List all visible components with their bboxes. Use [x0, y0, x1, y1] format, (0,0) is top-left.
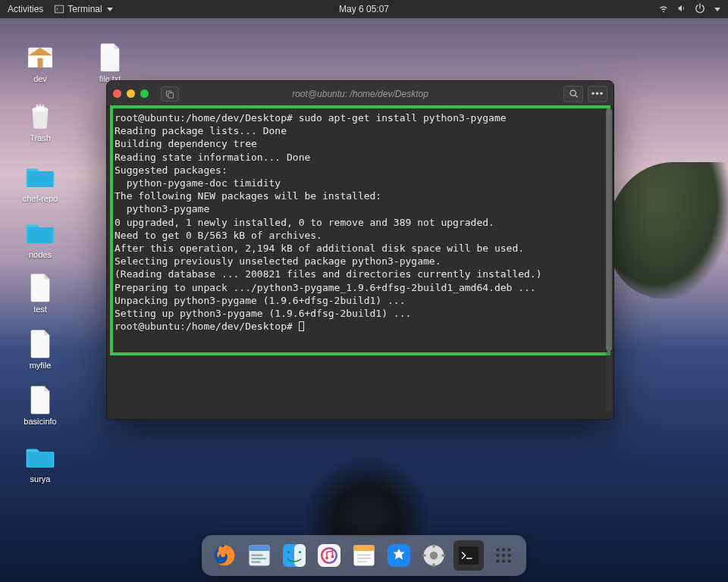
svg-point-7 [570, 90, 576, 95]
desktop-icon-basicinfo[interactable]: basicinfo [14, 383, 67, 426]
svg-rect-27 [357, 562, 368, 563]
terminal-icon [54, 4, 64, 14]
menu-button[interactable]: ••• [588, 86, 607, 102]
svg-rect-13 [252, 558, 267, 559]
search-button[interactable] [563, 86, 583, 102]
new-tab-button[interactable] [161, 86, 179, 102]
power-icon[interactable] [695, 3, 705, 16]
folder-icon [24, 217, 56, 249]
desktop-icon-test[interactable]: test [14, 271, 67, 314]
desktop-icon-myfile[interactable]: myfile [14, 327, 67, 370]
volume-icon[interactable] [676, 3, 687, 16]
trash-icon [24, 100, 56, 132]
desktop-icon-label: chef-repo [14, 194, 67, 203]
dock-item-notes[interactable] [349, 540, 379, 571]
system-menu-chevron-icon[interactable] [714, 8, 720, 11]
terminal-body[interactable]: root@ubuntu:/home/dev/Desktop# sudo apt-… [107, 107, 613, 419]
dock-item-terminal[interactable] [453, 540, 484, 571]
desktop-icon-label: nodes [14, 250, 67, 259]
desktop-icon-label: surya [14, 474, 67, 483]
desktop-icon-label: test [14, 305, 67, 314]
minimize-button[interactable] [127, 89, 135, 98]
svg-point-38 [502, 548, 506, 552]
folder-icon [24, 441, 56, 473]
svg-point-39 [507, 548, 511, 552]
terminal-titlebar[interactable]: root@ubuntu: /home/dev/Desktop ••• [107, 81, 613, 107]
terminal-window: root@ubuntu: /home/dev/Desktop ••• root@… [106, 80, 614, 420]
dock-item-text-editor[interactable] [244, 540, 275, 571]
activities-button[interactable]: Activities [8, 4, 43, 14]
scrollbar[interactable] [606, 108, 612, 411]
clock[interactable]: May 6 05:07 [339, 4, 389, 14]
file-icon [94, 41, 126, 73]
svg-rect-16 [294, 544, 306, 567]
chevron-down-icon [107, 8, 113, 11]
scrollbar-track [606, 351, 612, 411]
desktop-icon-file-txt[interactable]: file.txt [83, 41, 136, 83]
desktop-icon-label: myfile [14, 361, 67, 370]
svg-rect-33 [422, 555, 426, 557]
svg-rect-6 [168, 92, 174, 98]
hamburger-icon: ••• [592, 88, 604, 99]
dock-item-settings[interactable] [419, 540, 449, 571]
desktop-icon-label: basicinfo [14, 417, 67, 426]
svg-rect-1 [55, 6, 64, 13]
home-folder-icon [24, 41, 56, 73]
svg-point-44 [502, 559, 506, 563]
app-menu[interactable]: Terminal [54, 4, 112, 14]
desktop-icon-label: Trash [14, 133, 67, 142]
maximize-button[interactable] [140, 89, 149, 98]
svg-point-18 [299, 551, 301, 553]
dock-item-firefox[interactable] [209, 540, 240, 571]
svg-rect-24 [354, 546, 375, 552]
file-icon [24, 271, 56, 303]
svg-rect-11 [249, 546, 270, 552]
dock-item-music[interactable] [314, 540, 344, 571]
desktop-icon-Trash[interactable]: Trash [14, 100, 67, 142]
top-menu-bar: Activities Terminal May 6 05:07 [0, 0, 728, 18]
folder-icon [24, 161, 56, 192]
svg-point-40 [496, 554, 500, 558]
svg-line-8 [575, 95, 577, 98]
svg-rect-25 [357, 555, 371, 556]
search-icon [569, 89, 579, 99]
terminal-output[interactable]: root@ubuntu:/home/dev/Desktop# sudo apt-… [107, 107, 613, 419]
svg-rect-36 [466, 558, 472, 559]
svg-rect-34 [442, 555, 446, 557]
svg-point-43 [496, 559, 500, 563]
dock-item-finder[interactable] [279, 540, 309, 571]
wifi-icon[interactable] [658, 3, 669, 16]
svg-point-17 [287, 551, 290, 553]
dock-item-appstore[interactable] [384, 540, 414, 571]
svg-point-22 [331, 555, 334, 559]
dock-item-apps-grid[interactable] [488, 540, 519, 571]
svg-point-21 [325, 556, 328, 559]
desktop-icon-nodes[interactable]: nodes [14, 217, 67, 259]
app-menu-label: Terminal [67, 4, 102, 14]
close-button[interactable] [113, 89, 121, 98]
svg-rect-32 [433, 564, 435, 568]
dock [202, 535, 526, 576]
desktop-icon-label: dev [14, 74, 67, 83]
svg-rect-35 [459, 546, 479, 565]
file-icon [24, 327, 56, 359]
window-title: root@ubuntu: /home/dev/Desktop [292, 89, 428, 99]
svg-rect-31 [433, 544, 435, 548]
svg-rect-14 [252, 562, 261, 563]
desktop-icon-dev[interactable]: dev [14, 41, 67, 83]
desktop-icon-surya[interactable]: surya [14, 441, 67, 483]
svg-point-37 [496, 548, 500, 552]
svg-point-41 [502, 554, 506, 558]
svg-rect-3 [38, 58, 43, 67]
scrollbar-thumb[interactable] [606, 108, 612, 351]
svg-rect-26 [357, 558, 371, 559]
svg-rect-12 [252, 555, 263, 556]
svg-point-42 [507, 554, 511, 558]
desktop-icon-chef-repo[interactable]: chef-repo [14, 161, 67, 203]
svg-point-30 [430, 552, 438, 560]
svg-point-45 [507, 559, 511, 563]
file-icon [24, 383, 56, 415]
